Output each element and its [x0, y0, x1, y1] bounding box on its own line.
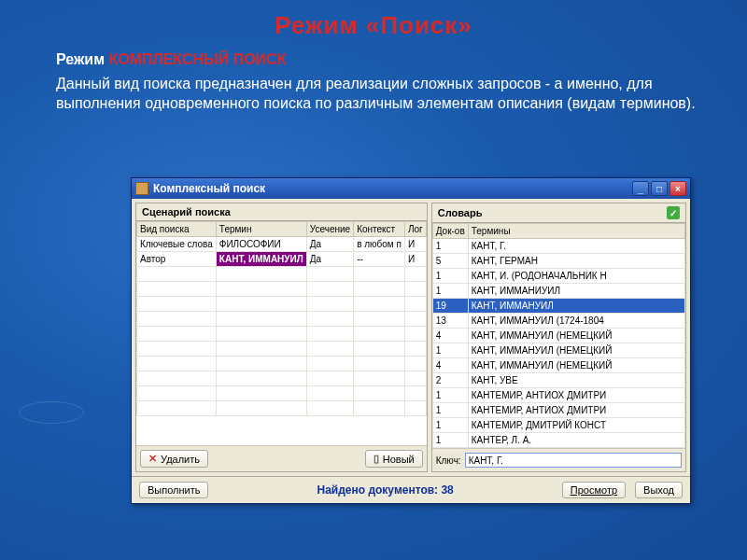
table-row[interactable] [137, 401, 427, 416]
table-row[interactable]: АвторКАНТ, ИММАНУИЛДа--И [137, 252, 427, 267]
table-row[interactable]: 1КАНТЕМИР, ДМИТРИЙ КОНСТ [432, 418, 684, 433]
app-icon [135, 182, 148, 195]
scenario-grid[interactable]: Вид поискаТерминУсечениеКонтекстЛог Ключ… [136, 221, 427, 445]
window-title: Комплексный поиск [153, 182, 632, 195]
table-row[interactable] [137, 386, 427, 401]
dict-col[interactable]: Док-ов [432, 224, 468, 239]
check-icon[interactable]: ✓ [667, 206, 680, 219]
scenario-col[interactable]: Лог [404, 222, 426, 237]
table-row[interactable] [137, 327, 427, 342]
search-window: Комплексный поиск _ □ × Сценарий поиска … [131, 177, 691, 504]
table-row[interactable] [137, 312, 427, 327]
table-row[interactable] [137, 342, 427, 357]
delete-label: Удалить [161, 454, 200, 465]
scenario-col[interactable]: Усечение [306, 222, 353, 237]
table-row[interactable]: 1КАНТ, И. (РОДОНАЧАЛЬНИК Н [432, 269, 684, 284]
delete-button[interactable]: ✕Удалить [140, 450, 208, 468]
table-row[interactable]: 2КАНТ, УВЕ [432, 373, 684, 388]
table-row[interactable] [137, 267, 427, 282]
exit-button[interactable]: Выход [635, 482, 683, 498]
table-row[interactable]: 1КАНТЕМИР, АНТИОХ ДМИТРИ [432, 403, 684, 418]
table-row[interactable]: 13КАНТ, ИММАНУИЛ (1724-1804 [432, 314, 684, 329]
scenario-col[interactable]: Термин [216, 222, 306, 237]
scenario-col[interactable]: Контекст [354, 222, 405, 237]
table-row[interactable] [137, 357, 427, 371]
execute-button[interactable]: Выполнить [139, 482, 208, 498]
table-row[interactable]: Ключевые словаФИЛОСОФИИДав любом пИ [137, 237, 427, 252]
table-row[interactable]: 4КАНТ, ИММАНУИЛ (НЕМЕЦКИЙ [432, 329, 684, 343]
view-button[interactable]: Просмотр [562, 482, 626, 498]
close-button[interactable]: × [669, 181, 686, 196]
key-input[interactable] [465, 453, 682, 468]
dictionary-panel-title: Словарь [438, 207, 483, 218]
scenario-panel-title: Сценарий поиска [136, 203, 427, 221]
subtitle-red: КОМПЛЕКСНЫЙ ПОИСК [108, 51, 286, 67]
table-row[interactable]: 19КАНТ, ИММАНУИЛ [432, 299, 684, 314]
x-icon: ✕ [148, 453, 157, 465]
table-row[interactable]: 1КАНТ, ИММАНИУИЛ [432, 284, 684, 299]
table-row[interactable]: 1КАНТЕР, Л. А. [432, 433, 684, 448]
table-row[interactable]: 1КАНТ, Г. [432, 239, 684, 254]
table-row[interactable]: 1КАНТ, ИММАНУИЛ (НЕМЕЦКИЙ [432, 343, 684, 358]
maximize-button[interactable]: □ [651, 181, 668, 196]
slide-title: Режим «Поиск» [0, 0, 747, 40]
table-row[interactable]: 1КАНТЕМИР, АНТИОХ ДМИТРИ [432, 388, 684, 403]
dictionary-panel: Словарь ✓ Док-овТермины 1КАНТ, Г.5КАНТ, … [431, 203, 686, 472]
bottom-bar: Выполнить Найдено документов: 38 Просмот… [132, 476, 690, 503]
dict-col[interactable]: Термины [468, 224, 684, 239]
document-icon: ▯ [374, 453, 379, 465]
table-row[interactable]: 5КАНТ, ГЕРМАН [432, 254, 684, 269]
key-label: Ключ: [436, 455, 461, 466]
titlebar[interactable]: Комплексный поиск _ □ × [132, 178, 690, 199]
table-row[interactable]: 4КАНТ, ИММАНУИЛ (НЕМЕЦКИЙ [432, 358, 684, 373]
slide-body: Режим КОМПЛЕКСНЫЙ ПОИСК Данный вид поиск… [0, 40, 747, 114]
minimize-button[interactable]: _ [632, 181, 649, 196]
scenario-panel: Сценарий поиска Вид поискаТерминУсечение… [135, 203, 428, 472]
subtitle-prefix: Режим [56, 51, 108, 67]
new-button[interactable]: ▯Новый [365, 450, 423, 468]
table-row[interactable] [137, 282, 427, 297]
slide-paragraph: Данный вид поиска предназначен для реали… [56, 74, 700, 114]
dictionary-grid[interactable]: Док-овТермины 1КАНТ, Г.5КАНТ, ГЕРМАН1КАН… [432, 223, 685, 448]
table-row[interactable] [137, 297, 427, 312]
scenario-col[interactable]: Вид поиска [137, 222, 217, 237]
new-label: Новый [383, 454, 415, 465]
table-row[interactable] [137, 371, 427, 386]
status-text: Найдено документов: 38 [218, 483, 552, 497]
